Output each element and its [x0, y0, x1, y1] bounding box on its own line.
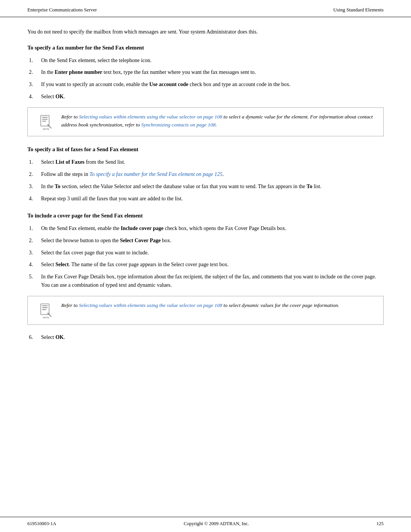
list-num: 2.	[27, 170, 41, 179]
list-item: 2. Select the browse button to open the …	[27, 236, 384, 245]
list-content: If you want to specify an account code, …	[41, 80, 384, 89]
svg-text:NOTE: NOTE	[43, 128, 49, 130]
note-text-1: Refer to Selecting values within element…	[61, 113, 376, 129]
page: Enterprise Communications Server Using S…	[0, 0, 411, 532]
list-item: 3. If you want to specify an account cod…	[27, 80, 384, 89]
section3-step6-list: 6. Select OK.	[27, 333, 384, 342]
list-item: 2. In the Enter phone number text box, t…	[27, 68, 384, 77]
list-item: 5. In the Fax Cover Page Details box, ty…	[27, 273, 384, 289]
bold-text: Select Cover Page	[120, 238, 161, 243]
note-icon-2: NOTE	[38, 302, 54, 319]
list-num: 6.	[27, 333, 41, 342]
list-num: 4.	[27, 260, 41, 269]
list-num: 3.	[27, 182, 41, 191]
svg-rect-9	[42, 305, 48, 306]
note-box-1: NOTE Refer to Selecting values within el…	[27, 107, 384, 136]
list-content: Select Select. The name of the fax cover…	[41, 260, 384, 269]
list-content: Select List of Faxes from the Send list.	[41, 158, 384, 166]
list-content: In the Enter phone number text box, type…	[41, 68, 384, 77]
footer-page-number: 125	[376, 521, 384, 527]
list-content: Repeat step 3 until all the faxes that y…	[41, 195, 384, 203]
section3-list: 1. On the Send Fax element, enable the I…	[27, 224, 384, 289]
section2-list: 1. Select List of Faxes from the Send li…	[27, 158, 384, 203]
list-item: 4. Select Select. The name of the fax co…	[27, 260, 384, 269]
note-link-1b[interactable]: Synchronizing contacts on page 108	[141, 122, 215, 128]
svg-text:NOTE: NOTE	[43, 316, 49, 319]
list-content: Select the browse button to open the Sel…	[41, 236, 384, 245]
section1-list: 1. On the Send Fax element, select the t…	[27, 56, 384, 101]
list-num: 2.	[27, 68, 41, 77]
list-num: 5.	[27, 273, 41, 289]
header-left: Enterprise Communications Server	[27, 7, 97, 13]
list-item: 3. Select the fax cover page that you wa…	[27, 249, 384, 257]
bold-text: Use account code	[149, 81, 188, 87]
list-num: 2.	[27, 236, 41, 245]
bold-text: To	[55, 184, 61, 189]
list-item: 6. Select OK.	[27, 333, 384, 342]
note-text-2: Refer to Selecting values within element…	[61, 302, 339, 310]
bold-text: Enter phone number	[55, 69, 102, 75]
list-content: In the Fax Cover Page Details box, type …	[41, 273, 384, 289]
list-num: 1.	[27, 158, 41, 166]
page-footer: 619510003-1A Copyright © 2009 ADTRAN, In…	[0, 517, 411, 532]
main-content: You do not need to specify the mailbox f…	[0, 17, 411, 363]
note-icon-area-2: NOTE	[35, 302, 57, 319]
bold-text: OK	[56, 334, 64, 340]
list-num: 3.	[27, 80, 41, 89]
bold-text: Include cover page	[121, 225, 164, 231]
section3-heading: To include a cover page for the Send Fax…	[27, 212, 384, 219]
list-content: On the Send Fax element, select the tele…	[41, 56, 384, 65]
list-item: 4. Select OK.	[27, 93, 384, 101]
note-box-2: NOTE Refer to Selecting values within el…	[27, 296, 384, 325]
svg-rect-1	[42, 117, 48, 118]
list-content: On the Send Fax element, enable the Incl…	[41, 224, 384, 233]
list-item: 4. Repeat step 3 until all the faxes tha…	[27, 195, 384, 203]
svg-rect-3	[42, 121, 46, 121]
note-icon: NOTE	[38, 114, 54, 131]
footer-doc-number: 619510003-1A	[27, 521, 56, 527]
list-content: Select OK.	[41, 93, 384, 101]
bold-text: To	[307, 184, 312, 189]
list-num: 3.	[27, 249, 41, 257]
list-item: 1. Select List of Faxes from the Send li…	[27, 158, 384, 166]
list-content: Select OK.	[41, 333, 384, 342]
bold-text: Select	[56, 262, 69, 267]
list-content: In the To section, select the Value Sele…	[41, 182, 384, 191]
list-num: 1.	[27, 224, 41, 233]
list-content: Follow all the steps in To specify a fax…	[41, 170, 384, 179]
bold-text: OK	[56, 94, 64, 99]
list-item: 3. In the To section, select the Value S…	[27, 182, 384, 191]
list-num: 4.	[27, 93, 41, 101]
svg-rect-2	[42, 119, 48, 120]
bold-text: List of Faxes	[56, 159, 84, 165]
page-header: Enterprise Communications Server Using S…	[0, 0, 411, 17]
list-item: 1. On the Send Fax element, enable the I…	[27, 224, 384, 233]
footer-copyright: Copyright © 2009 ADTRAN, Inc.	[184, 521, 249, 527]
note-icon-area: NOTE	[35, 114, 57, 131]
note-link-1a[interactable]: Selecting values within elements using t…	[79, 114, 222, 120]
list-num: 4.	[27, 195, 41, 203]
list-item: 2. Follow all the steps in To specify a …	[27, 170, 384, 179]
intro-paragraph: You do not need to specify the mailbox f…	[27, 28, 384, 36]
list-content: Select the fax cover page that you want …	[41, 249, 384, 257]
header-right: Using Standard Elements	[333, 7, 384, 13]
svg-rect-10	[42, 307, 48, 308]
list-item: 1. On the Send Fax element, select the t…	[27, 56, 384, 65]
section2-link[interactable]: To specify a fax number for the Send Fax…	[89, 171, 222, 177]
list-num: 1.	[27, 56, 41, 65]
section2-heading: To specify a list of faxes for a Send Fa…	[27, 146, 384, 153]
note-link-2a[interactable]: Selecting values within elements using t…	[79, 302, 222, 308]
section1-heading: To specify a fax number for the Send Fax…	[27, 45, 384, 51]
svg-rect-11	[42, 309, 46, 310]
